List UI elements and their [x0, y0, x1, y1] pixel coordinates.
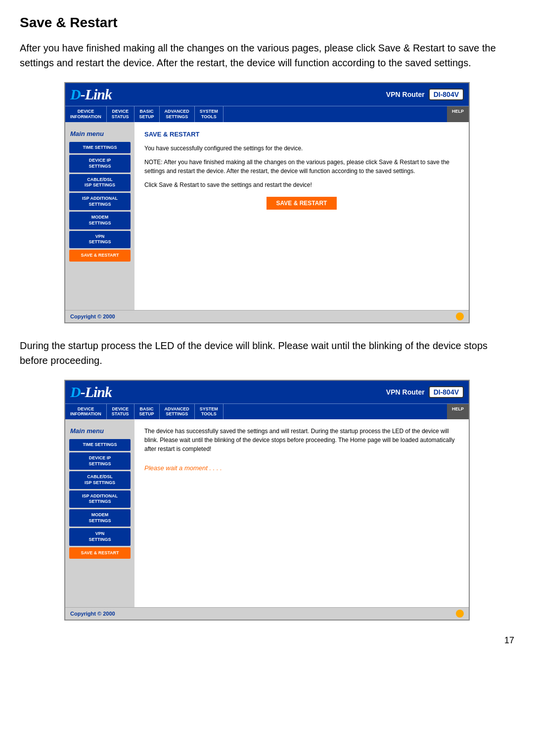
sidebar-save-restart-2[interactable]: SAVE & RESTART	[69, 547, 131, 559]
vpn-label-1: VPN Router	[386, 90, 425, 98]
status-indicator-2	[456, 610, 464, 618]
router-frame-1: D-Link VPN Router DI-804V DEVICEINFORMAT…	[64, 82, 470, 323]
please-wait-text: Please wait a moment . . . .	[144, 463, 459, 473]
nav-help-1[interactable]: HELP	[447, 106, 469, 122]
sidebar-2: Main menu TIME SETTINGS DEVICE IPSETTING…	[65, 419, 134, 607]
router-frame-2: D-Link VPN Router DI-804V DEVICEINFORMAT…	[64, 380, 470, 621]
nav-advanced-2[interactable]: ADVANCEDSETTINGS	[160, 404, 195, 420]
router-header-2: D-Link VPN Router DI-804V	[65, 381, 469, 403]
nav-help-2[interactable]: HELP	[447, 404, 469, 420]
router-model-area-2: VPN Router DI-804V	[386, 386, 464, 398]
sidebar-main-menu-1: Main menu	[65, 127, 134, 140]
sidebar-isp-additional-1[interactable]: ISP ADDITIONALSETTINGS	[69, 193, 131, 210]
nav-basic-setup-2[interactable]: BASICSETUP	[134, 404, 160, 420]
router-footer-2: Copyright © 2000	[65, 607, 469, 620]
nav-bar-1: DEVICEINFORMATION DEVICESTATUS BASICSETU…	[65, 106, 469, 122]
sidebar-device-ip-2[interactable]: DEVICE IPSETTINGS	[69, 452, 131, 470]
sidebar-modem-1[interactable]: MODEMSETTINGS	[69, 212, 131, 229]
save-restart-button-1[interactable]: SAVE & RESTART	[267, 197, 337, 210]
model-badge-1: DI-804V	[429, 89, 464, 100]
router-body-1: Main menu TIME SETTINGS DEVICE IPSETTING…	[65, 122, 469, 310]
main-content-1: SAVE & RESTART You have successfully con…	[134, 122, 469, 310]
vpn-label-2: VPN Router	[386, 388, 425, 396]
page-title: Save & Restart	[20, 15, 514, 31]
nav-basic-setup-1[interactable]: BASICSETUP	[134, 106, 160, 122]
router-body-2: Main menu TIME SETTINGS DEVICE IPSETTING…	[65, 419, 469, 607]
nav-system-2[interactable]: SYSTEMTOOLS	[195, 404, 223, 420]
nav-advanced-1[interactable]: ADVANCEDSETTINGS	[160, 106, 195, 122]
nav-device-status-1[interactable]: DEVICESTATUS	[107, 106, 134, 122]
nav-device-info-2[interactable]: DEVICEINFORMATION	[65, 404, 107, 420]
sidebar-cable-dsl-2[interactable]: CABLE/DSLISP SETTINGS	[69, 471, 131, 489]
intro-text: After you have finished making all the c…	[20, 41, 514, 70]
content-line3-1: Click Save & Restart to save the setting…	[144, 180, 459, 189]
nav-device-status-2[interactable]: DEVICESTATUS	[107, 404, 134, 420]
main-content-2: The device has successfully saved the se…	[134, 419, 469, 607]
copyright-1: Copyright © 2000	[70, 313, 115, 319]
sidebar-save-restart-1[interactable]: SAVE & RESTART	[69, 250, 131, 262]
router-header-1: D-Link VPN Router DI-804V	[65, 83, 469, 106]
router-footer-1: Copyright © 2000	[65, 310, 469, 322]
sidebar-time-settings-2[interactable]: TIME SETTINGS	[69, 439, 131, 451]
sidebar-cable-dsl-1[interactable]: CABLE/DSLISP SETTINGS	[69, 174, 131, 191]
router-model-area-1: VPN Router DI-804V	[386, 89, 464, 100]
sidebar-modem-2[interactable]: MODEMSETTINGS	[69, 509, 131, 527]
dlink-logo-2: D-Link	[70, 384, 112, 400]
nav-device-info-1[interactable]: DEVICEINFORMATION	[65, 106, 107, 122]
dlink-logo-1: D-Link	[70, 86, 112, 103]
nav-bar-2: DEVICEINFORMATION DEVICESTATUS BASICSETU…	[65, 403, 469, 420]
content-line1-1: You have successfully configured the set…	[144, 144, 459, 153]
content-title-1: SAVE & RESTART	[144, 130, 459, 139]
sidebar-1: Main menu TIME SETTINGS DEVICE IPSETTING…	[65, 122, 134, 310]
content-line2-1: NOTE: After you have finished making all…	[144, 158, 459, 176]
sidebar-time-settings-1[interactable]: TIME SETTINGS	[69, 142, 131, 154]
nav-system-1[interactable]: SYSTEMTOOLS	[195, 106, 223, 122]
sidebar-vpn-1[interactable]: VPNSETTINGS	[69, 231, 131, 248]
sidebar-vpn-2[interactable]: VPNSETTINGS	[69, 528, 131, 545]
sidebar-main-menu-2: Main menu	[65, 424, 134, 438]
model-badge-2: DI-804V	[429, 386, 464, 398]
status-indicator-1	[456, 312, 464, 320]
sidebar-isp-additional-2[interactable]: ISP ADDITIONALSETTINGS	[69, 490, 131, 508]
content-line1-2: The device has successfully saved the se…	[144, 427, 459, 453]
sidebar-device-ip-1[interactable]: DEVICE IPSETTINGS	[69, 155, 131, 172]
copyright-2: Copyright © 2000	[70, 611, 115, 617]
second-intro-text: During the startup process the LED of th…	[20, 338, 514, 368]
page-number: 17	[20, 635, 514, 646]
